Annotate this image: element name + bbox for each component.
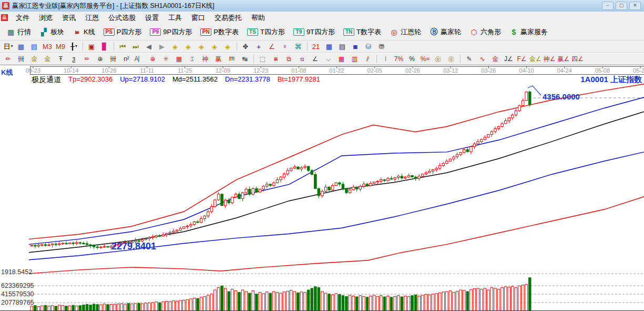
minimize-button[interactable]: ‒ (602, 2, 614, 10)
kline-corner-tab[interactable]: K线 (1, 68, 13, 77)
feature-button[interactable]: PN P数字表 (196, 25, 243, 39)
drawing-tool-button[interactable]: ⺵ (226, 54, 238, 64)
toolbar-button[interactable]: ▣ (86, 41, 98, 52)
feature-button[interactable]: ▦ 行情 (2, 25, 35, 39)
toolbar-button[interactable]: ▊ (99, 41, 111, 52)
menu-item[interactable]: 帮助 (247, 12, 270, 24)
drawing-tool-button[interactable]: ▦ (335, 54, 347, 64)
drawing-tool-button[interactable]: ƺ (68, 54, 80, 64)
toolbar-button[interactable]: 日 ▾ (2, 41, 14, 52)
menu-item[interactable]: 文件 (11, 12, 34, 24)
feature-button[interactable]: TS T四方形 (243, 25, 289, 39)
menu-item[interactable]: 设置 (140, 12, 163, 24)
toolbar-button[interactable]: ＋ (253, 41, 265, 52)
drawing-tool-button[interactable]: ㊎ (432, 54, 444, 64)
drawing-tool-button[interactable]: ⦚ (380, 54, 392, 64)
drawing-tool-button[interactable]: ㊎ (445, 54, 457, 64)
feature-button[interactable]: P9 9P四方形 (146, 25, 196, 39)
toolbar-button[interactable]: M9 (55, 41, 67, 52)
feature-button[interactable]: ▞ 板块 (35, 25, 68, 39)
drawing-tool-button[interactable]: 神 (199, 54, 211, 64)
drawing-tool-button[interactable]: 赢 (212, 54, 224, 64)
toolbar-button[interactable]: ◈ (222, 41, 234, 52)
menu-item[interactable]: 交易委托 (210, 12, 247, 24)
title-bar[interactable]: 赢 赢家江恩专业版[赢家内部服务平台] - [上证指数 SH1A0001-167… (0, 0, 644, 12)
drawing-tool-button[interactable]: 神∠ (543, 54, 556, 64)
menu-item[interactable]: 窗口 (187, 12, 210, 24)
drawing-tool-button[interactable]: ✎ (463, 54, 475, 64)
toolbar-button[interactable]: ◈ (209, 41, 221, 52)
drawing-tool-button[interactable]: ▥ (349, 54, 361, 64)
toolbar-button[interactable]: ◈ (182, 41, 195, 52)
drawing-tool-button[interactable]: 7% (393, 54, 405, 64)
feature-button[interactable]: ⫢ K线 (68, 25, 99, 39)
toolbar-button[interactable]: ◈ (196, 41, 208, 52)
menu-item[interactable]: 资讯 (57, 12, 80, 24)
drawing-tool-button[interactable]: ∠ (309, 54, 321, 64)
toolbar-button[interactable]: ◙ (350, 41, 362, 52)
drawing-tool-button[interactable]: ⋇ (270, 54, 282, 64)
menu-item[interactable]: 浏览 (34, 12, 57, 24)
drawing-tool-button[interactable]: 赢∠ (557, 54, 570, 64)
drawing-tool-button[interactable]: A⎸ (134, 54, 146, 64)
drawing-tool-button[interactable]: ⌶ (186, 54, 198, 64)
toolbar-button[interactable]: ⏭ (130, 41, 142, 52)
feature-button[interactable]: PS P四方形 (99, 25, 146, 39)
toolbar-button[interactable]: ╂ ▾ (68, 41, 80, 52)
feature-button[interactable]: ◎ 江恩轮 (385, 25, 425, 39)
toolbar-button[interactable]: ▤ (336, 41, 349, 52)
toolbar-button[interactable]: ▩ (15, 41, 27, 52)
svg-text:05-22: 05-22 (633, 67, 644, 74)
drawing-tool-button[interactable]: ⧅ (296, 54, 308, 64)
toolbar-button[interactable]: ∠ (266, 41, 278, 52)
drawing-tool-button[interactable]: 金 (489, 54, 502, 64)
toolbar-button[interactable]: ✥ (240, 41, 252, 52)
drawing-tool-button[interactable]: ⊕ (147, 54, 159, 64)
drawing-tool-button[interactable]: n² (120, 54, 132, 64)
drawing-tool-button[interactable]: ⌵ (322, 54, 334, 64)
maximize-button[interactable]: ▢ (616, 2, 627, 10)
toolbar-button[interactable]: M3 (42, 41, 54, 52)
drawing-tool-button[interactable]: 卌 (15, 54, 27, 64)
toolbar-button[interactable]: ◀ (143, 41, 155, 52)
drawing-tool-button[interactable]: 金 (28, 54, 40, 64)
drawing-tool-button[interactable]: 卌 (107, 54, 119, 64)
toolbar-button[interactable]: ▶ (156, 41, 168, 52)
toolbar-button[interactable]: ⛃ (376, 41, 388, 52)
feature-button[interactable]: $ 赢家服务 (505, 25, 552, 39)
feature-button[interactable]: Ⓑ 赢家轮 (425, 25, 465, 39)
drawing-tool-button[interactable]: ⫽ (362, 54, 374, 64)
close-button[interactable]: ✕ (629, 2, 641, 10)
drawing-tool-button[interactable]: ✳ (160, 54, 172, 64)
drawing-tool-button[interactable]: 四∠ (571, 54, 584, 64)
menu-item[interactable]: 工具 (163, 12, 187, 24)
feature-button[interactable]: TN T数字表 (339, 25, 385, 39)
toolbar-button[interactable]: ♆ (279, 41, 291, 52)
drawing-tool-button[interactable]: ↹ (239, 54, 251, 64)
feature-button[interactable]: ⬡ 六角形 (465, 25, 505, 39)
drawing-tool-button[interactable]: %= (419, 54, 431, 64)
menu-item[interactable]: 公式选股 (104, 12, 140, 24)
toolbar-button[interactable]: ▤ (28, 41, 40, 52)
toolbar-button[interactable]: ▦ (323, 41, 335, 52)
toolbar-button[interactable]: ◈ (169, 41, 181, 52)
drawing-tool-button[interactable]: ⧉ (283, 54, 295, 64)
drawing-tool-button[interactable]: ▦ (173, 54, 185, 64)
drawing-tool-button[interactable]: 金∠ (529, 54, 542, 64)
drawing-tool-button[interactable]: ⊕ (94, 54, 106, 64)
toolbar-button[interactable]: ⏮ (117, 41, 129, 52)
drawing-tool-button[interactable]: Ŧ (55, 54, 67, 64)
drawing-tool-button[interactable]: F∠ (516, 54, 528, 64)
drawing-tool-button[interactable]: J∠ (503, 54, 515, 64)
drawing-tool-button[interactable]: % (406, 54, 418, 64)
feature-button[interactable]: T9 9T四方形 (289, 25, 339, 39)
drawing-tool-button[interactable]: ✏ (81, 54, 93, 64)
toolbar-button[interactable]: ⌘ (292, 41, 304, 52)
toolbar-button[interactable]: ⛁ (363, 41, 375, 52)
drawing-tool-button[interactable]: 金 (42, 54, 54, 64)
drawing-tool-button[interactable]: ∿ (476, 54, 488, 64)
drawing-tool-button[interactable]: ⬚ (257, 54, 269, 64)
toolbar-button[interactable]: 21 (310, 41, 322, 52)
menu-item[interactable]: 江恩 (80, 12, 104, 24)
drawing-tool-button[interactable]: ✏ (2, 54, 14, 64)
